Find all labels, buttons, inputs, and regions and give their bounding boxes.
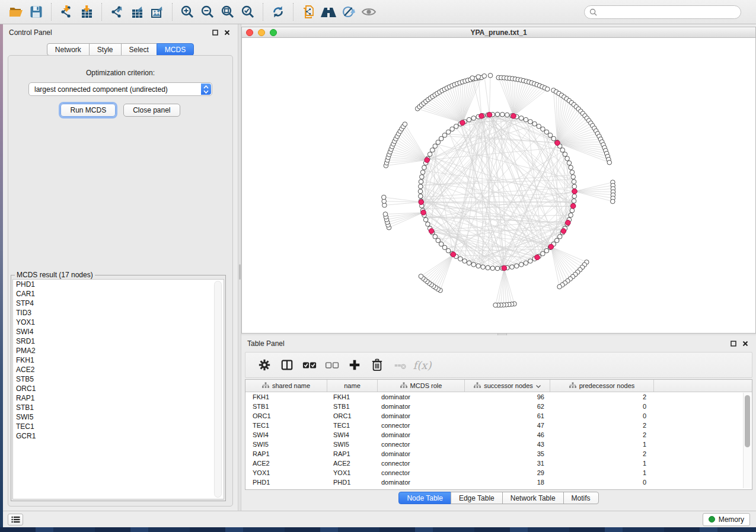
- table-panel-tabs: Node TableEdge TableNetwork TableMotifs: [241, 492, 756, 504]
- toggle-columns-icon[interactable]: [277, 356, 296, 374]
- run-mcds-button[interactable]: Run MCDS: [60, 104, 116, 117]
- mcds-result-item[interactable]: ORC1: [13, 384, 224, 393]
- mcds-result-item[interactable]: STP4: [13, 299, 224, 308]
- tab-motifs[interactable]: Motifs: [563, 492, 599, 504]
- mcds-node[interactable]: [566, 220, 571, 226]
- search-input[interactable]: [600, 8, 731, 17]
- mcds-result-item[interactable]: CAR1: [13, 289, 224, 299]
- mcds-node[interactable]: [561, 229, 566, 234]
- column-header-name[interactable]: name: [327, 380, 378, 392]
- mcds-node[interactable]: [548, 244, 554, 249]
- mcds-result-item[interactable]: YOX1: [13, 318, 224, 327]
- tab-network-table[interactable]: Network Table: [502, 492, 564, 504]
- mcds-result-item[interactable]: GCR1: [13, 431, 224, 441]
- hide-graphics-details-icon[interactable]: [339, 2, 359, 21]
- mcds-node[interactable]: [419, 200, 424, 205]
- tab-edge-table[interactable]: Edge Table: [451, 492, 503, 504]
- control-panel-tabs: NetworkStyleSelectMCDS: [3, 43, 238, 56]
- column-header-successor-nodes[interactable]: successor nodes: [465, 380, 550, 392]
- mcds-node[interactable]: [425, 158, 430, 163]
- mcds-result-item[interactable]: SRD1: [13, 336, 224, 346]
- table-row[interactable]: ORC1ORC1dominator610: [245, 411, 752, 421]
- mcds-result-item[interactable]: SWI5: [13, 412, 224, 422]
- mcds-node[interactable]: [487, 112, 492, 117]
- tab-node-table[interactable]: Node Table: [398, 492, 451, 504]
- mcds-result-item[interactable]: PMA2: [13, 346, 224, 355]
- table-row[interactable]: STB1STB1dominator620: [245, 402, 752, 411]
- network-canvas[interactable]: [242, 38, 755, 333]
- add-row-icon[interactable]: [345, 356, 364, 374]
- import-table-icon[interactable]: [76, 2, 97, 21]
- mcds-list-scrollbar[interactable]: [214, 281, 222, 498]
- table-row[interactable]: TEC1TEC1connector472: [245, 421, 752, 430]
- export-network-icon[interactable]: [107, 2, 127, 21]
- table-row[interactable]: FKH1FKH1dominator962: [245, 392, 752, 402]
- zoom-selected-icon[interactable]: [238, 2, 258, 21]
- tab-mcds[interactable]: MCDS: [157, 43, 194, 56]
- mcds-node[interactable]: [572, 189, 578, 194]
- scrollbar-thumb[interactable]: [745, 395, 750, 447]
- mcds-result-item[interactable]: PHD1: [13, 280, 224, 289]
- mcds-node[interactable]: [421, 210, 426, 216]
- table-row[interactable]: ACE2ACE2connector311: [245, 459, 752, 468]
- mcds-result-item[interactable]: STB1: [13, 403, 224, 412]
- mcds-result-item[interactable]: STB5: [13, 374, 224, 384]
- zoom-out-icon[interactable]: [197, 2, 218, 21]
- mcds-node[interactable]: [460, 120, 465, 126]
- optimization-criterion-select[interactable]: largest connected component (undirected): [28, 82, 212, 96]
- column-header-predecessor-nodes[interactable]: predecessor nodes: [550, 380, 654, 392]
- table-row[interactable]: YOX1YOX1connector291: [245, 468, 752, 477]
- tab-select[interactable]: Select: [121, 43, 157, 56]
- memory-button[interactable]: Memory: [703, 513, 750, 526]
- float-panel-icon[interactable]: [729, 339, 738, 348]
- tab-style[interactable]: Style: [89, 43, 122, 56]
- delete-rows-icon[interactable]: [368, 356, 387, 374]
- close-panel-icon[interactable]: [222, 28, 232, 37]
- mcds-node[interactable]: [535, 255, 540, 260]
- open-session-icon[interactable]: [6, 2, 26, 21]
- show-graphics-details-icon[interactable]: [359, 2, 379, 21]
- import-network-icon[interactable]: [56, 2, 76, 21]
- table-row[interactable]: SWI4SWI4dominator462: [245, 430, 752, 440]
- mcds-result-item[interactable]: ACE2: [13, 365, 224, 374]
- mcds-node[interactable]: [502, 265, 507, 271]
- zoom-in-icon[interactable]: [177, 2, 197, 21]
- export-image-icon[interactable]: [147, 2, 167, 21]
- mcds-node[interactable]: [555, 140, 560, 146]
- table-toolbar: f(x): [245, 352, 752, 378]
- mcds-result-item[interactable]: TEC1: [13, 422, 224, 431]
- search-binoculars-icon[interactable]: [318, 2, 339, 21]
- float-panel-icon[interactable]: [210, 28, 220, 37]
- mcds-node[interactable]: [429, 229, 434, 234]
- task-list-button[interactable]: [8, 514, 23, 525]
- mcds-node[interactable]: [511, 114, 516, 119]
- table-row[interactable]: RAP1RAP1dominator352: [245, 449, 752, 459]
- column-header-MCDS-role[interactable]: MCDS role: [378, 380, 465, 392]
- mcds-result-item[interactable]: TID3: [13, 308, 224, 318]
- mcds-node[interactable]: [479, 114, 484, 119]
- mcds-result-item[interactable]: RAP1: [13, 393, 224, 403]
- search-box[interactable]: [584, 5, 741, 19]
- cell-successor-nodes: 29: [465, 469, 550, 476]
- clone-network-icon[interactable]: [298, 2, 318, 21]
- select-all-icon[interactable]: [300, 356, 319, 374]
- table-scrollbar[interactable]: [743, 393, 751, 488]
- close-panel-button[interactable]: Close panel: [123, 104, 180, 117]
- refresh-layout-icon[interactable]: [268, 2, 288, 21]
- mcds-node[interactable]: [451, 252, 456, 257]
- mcds-result-item[interactable]: FKH1: [13, 355, 224, 365]
- zoom-fit-icon[interactable]: [218, 2, 238, 21]
- deselect-all-icon[interactable]: [323, 356, 342, 374]
- table-row[interactable]: PHD1PHD1dominator180: [245, 477, 752, 487]
- status-bar: Memory: [3, 511, 756, 527]
- save-session-icon[interactable]: [26, 2, 46, 21]
- mcds-result-list[interactable]: PHD1CAR1STP4TID3YOX1SWI4SRD1PMA2FKH1ACE2…: [12, 279, 224, 499]
- mcds-node[interactable]: [570, 204, 576, 209]
- settings-gear-icon[interactable]: [255, 356, 274, 374]
- table-row[interactable]: SWI5SWI5connector431: [245, 440, 752, 449]
- close-panel-icon[interactable]: [741, 339, 750, 348]
- export-table-icon[interactable]: [127, 2, 147, 21]
- column-header-shared-name[interactable]: shared name: [245, 380, 327, 392]
- tab-network[interactable]: Network: [47, 43, 90, 56]
- mcds-result-item[interactable]: SWI4: [13, 327, 224, 336]
